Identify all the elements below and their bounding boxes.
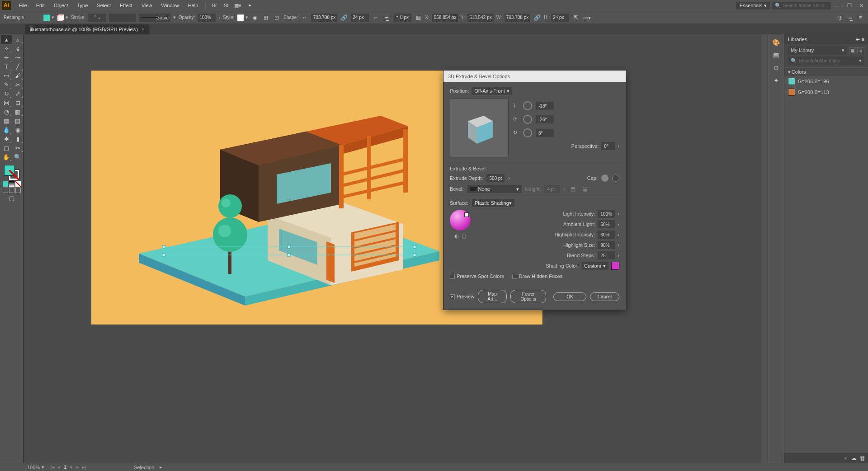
draw-normal-icon[interactable] [3,188,8,193]
isolate-icon[interactable]: ▭▾ [583,14,591,22]
library-select[interactable]: My Library ▾ [788,46,847,55]
draw-inside-icon[interactable] [15,188,21,193]
move-light-back-icon[interactable]: ◐ [454,233,459,239]
panel-menu-icon[interactable]: ≡ [862,37,864,42]
line-tool[interactable]: ╱ [12,62,23,71]
popup-arrow-icon[interactable]: › [508,175,510,181]
popup-arrow-icon[interactable]: › [218,15,220,20]
fill-swatch[interactable]: ▾ [43,14,54,21]
delete-icon[interactable]: 🗑 [859,455,865,462]
rotate-x-dial[interactable] [523,101,532,110]
chevron-down-icon[interactable]: ▾ [173,14,176,20]
x-field[interactable]: 558.854 px [432,14,458,22]
link-wh-icon[interactable]: ↔ [301,14,309,22]
stroke-swatch[interactable]: ▾ [57,14,68,21]
add-content-icon[interactable]: ＋ [842,454,848,462]
color-panel-icon[interactable]: 🎨 [771,37,782,48]
fewer-options-button[interactable]: Fewer Options [510,290,546,303]
rotate-tool[interactable]: ↻ [1,89,12,98]
popup-arrow-icon[interactable]: › [618,143,619,149]
blend-steps-field[interactable]: 25 [598,251,615,259]
light-sphere-preview[interactable] [450,210,471,231]
gradient-tool[interactable]: ▤ [12,117,23,125]
stroke-profile[interactable] [109,14,136,22]
stroke-weight[interactable]: ⌃⌄ [88,14,106,22]
library-search[interactable]: 🔍 ▾ [788,57,864,65]
width-tool[interactable]: ⋈ [1,99,12,107]
shading-color-select[interactable]: Custom ▾ [581,262,609,270]
highlight-intensity-field[interactable]: 60% [598,231,615,239]
next-artboard-icon[interactable]: ▸ [75,464,80,470]
grid-view-icon[interactable]: ▦ [849,47,856,54]
menu-edit[interactable]: Edit [32,3,49,8]
solid-color-icon[interactable] [3,181,8,187]
popup-arrow-icon[interactable]: › [618,211,619,217]
style-swatch[interactable]: ▾ [237,14,248,21]
surface-select[interactable]: Plastic Shading ▾ [472,199,514,207]
gradient-icon[interactable] [9,181,14,187]
menu-window[interactable]: Window [157,3,184,8]
scale-tool[interactable]: ⤢ [12,89,23,98]
brushes-panel-icon[interactable]: ⊙ [771,62,782,73]
artboard-number[interactable]: 1 [62,464,68,470]
column-graph-tool[interactable]: ▮ [12,135,23,143]
align-to-icon[interactable]: ≡̲ [846,14,854,22]
position-select[interactable]: Off-Axis Front ▾ [472,87,512,95]
bevel-select[interactable]: None ▾ [467,185,522,193]
cap-on-icon[interactable] [601,174,609,182]
w-field[interactable]: 703.708 px [311,14,338,22]
paintbrush-tool[interactable]: 🖌 [12,71,23,80]
window-minimize-icon[interactable]: — [833,1,843,9]
link-icon[interactable]: 🔗 [340,14,348,22]
blend-tool[interactable]: ◉ [12,126,23,134]
menu-object[interactable]: Object [49,3,73,8]
dialog-title-bar[interactable]: 3D Extrude & Bevel Options [443,71,626,82]
window-restore-icon[interactable]: ❐ [844,1,854,9]
popup-arrow-icon[interactable]: › [618,242,619,248]
menu-help[interactable]: Help [184,3,203,8]
library-color-2[interactable]: G=200 B=113 [784,87,868,98]
rotate-z-field[interactable]: 8° [536,129,554,137]
artboard-tool[interactable]: ▢ [1,144,12,152]
pen-tool[interactable]: ✒ [1,53,12,62]
stroke-color[interactable] [9,170,19,180]
shaper-tool[interactable]: ✎ [1,80,12,89]
prev-artboard-icon[interactable]: ◂ [56,464,61,470]
more-icon[interactable]: ≡ [856,14,864,22]
eraser-tool[interactable]: ✂ [12,80,23,89]
popup-arrow-icon[interactable]: › [618,221,619,227]
menu-select[interactable]: Select [92,3,115,8]
ok-button[interactable]: OK [553,292,586,301]
eyedropper-tool[interactable]: 💧 [1,126,12,134]
symbols-panel-icon[interactable]: ✦ [771,75,782,86]
extrude-depth-field[interactable]: 500 pt [486,174,505,182]
preserve-spot-checkbox[interactable]: Preserve Spot Colors [450,273,504,279]
workspace-switcher[interactable]: Essentials ▾ [736,2,770,9]
corner-field[interactable]: ⌃ 0 px [393,14,411,22]
library-search-input[interactable] [799,58,857,63]
artboard-dropdown-icon[interactable]: ▾ [69,464,74,470]
close-tab-icon[interactable]: × [142,27,144,32]
rectangle-tool[interactable]: ▭ [1,71,12,80]
status-popup-icon[interactable]: ▸ [160,464,162,470]
corner-icon[interactable]: ⌐ [372,14,380,22]
rotate-z-dial[interactable] [523,128,532,137]
arrange-docs-icon[interactable]: ▦▾ [233,1,243,10]
selection-tool[interactable]: ▴ [1,35,12,44]
menu-file[interactable]: File [14,3,32,8]
gpu-icon[interactable]: ✦ [245,1,255,10]
rotate-x-field[interactable]: -18° [536,102,554,110]
direct-selection-tool[interactable]: ▵ [12,35,23,44]
cancel-button[interactable]: Cancel [590,292,619,301]
y-field[interactable]: 513.542 px [467,14,494,22]
h2-field[interactable]: 24 px [551,14,569,22]
colors-header[interactable]: ▾ Colors [784,67,868,76]
library-color-1[interactable]: G=206 B=196 [784,76,868,87]
h-field[interactable]: 24 px [351,14,369,22]
zoom-tool[interactable]: 🔍 [12,153,23,161]
cap-off-icon[interactable] [612,174,619,182]
stock-icon[interactable]: St [221,1,231,10]
window-close-icon[interactable]: ✕ [856,1,866,9]
mesh-tool[interactable]: ▦ [1,117,12,125]
search-stock-input[interactable] [783,3,828,8]
